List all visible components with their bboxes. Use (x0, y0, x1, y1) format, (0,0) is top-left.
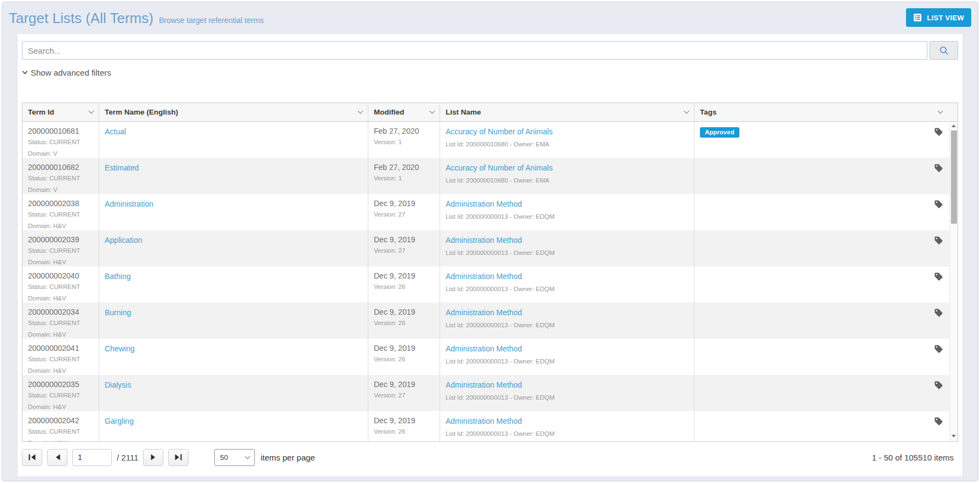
list-name-cell: Administration Method List Id: 200000000… (440, 266, 694, 303)
first-page-button[interactable] (22, 449, 42, 466)
term-name-link[interactable]: Chewing (105, 344, 134, 353)
version: Version: 26 (374, 281, 434, 293)
tag-icon[interactable] (934, 272, 943, 283)
list-name-link[interactable]: Administration Method (446, 272, 522, 281)
table-row[interactable]: 200000002034 Status: CURRENT Domain: H&V… (22, 303, 958, 339)
list-name-link[interactable]: Accuracy of Number of Animals (446, 163, 552, 172)
column-header-tags[interactable]: Tags (694, 103, 958, 121)
term-name-cell: Dialysis (99, 375, 368, 411)
list-name-link[interactable]: Administration Method (446, 200, 522, 208)
tag-icon[interactable] (934, 417, 943, 428)
last-page-button[interactable] (168, 449, 189, 466)
table-row[interactable]: 200000002040 Status: CURRENT Domain: H&V… (22, 266, 958, 303)
table-row[interactable]: 200000010681 Status: CURRENT Domain: V A… (22, 122, 958, 158)
table-row[interactable]: 200000002038 Status: CURRENT Domain: H&V… (22, 194, 958, 230)
column-header-modified[interactable]: Modified (368, 103, 440, 121)
page-title: Target Lists (All Terms) (9, 10, 153, 27)
scroll-down-icon[interactable] (951, 435, 956, 437)
modified-cell: Dec 9, 2019 Version: 26 (368, 303, 440, 339)
chevron-down-icon (22, 69, 28, 75)
column-menu-chevron-icon[interactable] (938, 109, 943, 114)
term-id-cell: 200000010682 Status: CURRENT Domain: V (22, 158, 99, 194)
table-row[interactable]: 200000010682 Status: CURRENT Domain: V E… (22, 158, 958, 194)
page-size-select[interactable]: 50 (214, 449, 255, 466)
term-id: 200000002040 (28, 271, 93, 280)
modified-date: Feb 27, 2020 (374, 127, 434, 135)
term-id-cell: 200000002040 Status: CURRENT Domain: H&V (22, 266, 99, 303)
list-name-link[interactable]: Administration Method (446, 308, 522, 317)
column-menu-chevron-icon[interactable] (430, 109, 435, 114)
list-name-link[interactable]: Administration Method (446, 236, 522, 245)
table-row[interactable]: 200000002041 Status: CURRENT Domain: H&V… (22, 339, 958, 375)
column-menu-chevron-icon[interactable] (684, 109, 690, 114)
list-name-link[interactable]: Administration Method (446, 344, 522, 353)
term-name-link[interactable]: Bathing (105, 272, 130, 281)
term-name-cell: Chewing (99, 339, 368, 375)
next-page-button[interactable] (143, 449, 163, 466)
list-name-cell: Administration Method List Id: 200000000… (440, 339, 694, 375)
modified-cell: Dec 9, 2019 Version: 26 (368, 411, 440, 441)
term-name-link[interactable]: Burning (105, 308, 131, 317)
modified-date: Dec 9, 2019 (374, 380, 434, 389)
tags-cell (694, 303, 958, 339)
term-name-link[interactable]: Actual (105, 127, 126, 136)
first-page-icon (29, 454, 36, 461)
column-menu-chevron-icon[interactable] (89, 109, 94, 114)
list-meta: List Id: 200000010680 - Owner: EMA (446, 139, 688, 150)
tag-icon[interactable] (934, 127, 943, 139)
list-name-cell: Administration Method List Id: 200000000… (440, 303, 694, 339)
term-name-link[interactable]: Dialysis (105, 380, 131, 389)
modified-cell: Dec 9, 2019 Version: 27 (368, 194, 440, 230)
term-name-link[interactable]: Estimated (105, 163, 139, 172)
column-header-term-id[interactable]: Term Id (22, 103, 99, 121)
tag-icon[interactable] (934, 308, 943, 320)
scroll-up-icon[interactable] (951, 124, 956, 127)
tags-cell (694, 266, 958, 303)
tags-cell (694, 375, 958, 411)
term-name-cell: Burning (99, 303, 368, 339)
table-header-row: Term Id Term Name (English) Modified Lis… (22, 103, 958, 122)
tags-cell (694, 230, 958, 266)
tag-icon[interactable] (934, 163, 943, 175)
prev-page-icon (55, 454, 60, 461)
modified-cell: Dec 9, 2019 Version: 27 (368, 375, 440, 411)
tag-icon[interactable] (934, 380, 943, 392)
column-label: Modified (374, 108, 404, 116)
search-button[interactable] (930, 41, 958, 60)
prev-page-button[interactable] (47, 449, 67, 466)
table-row[interactable]: 200000002039 Status: CURRENT Domain: H&V… (22, 230, 958, 266)
page-header: Target Lists (All Terms) Browse target r… (2, 2, 978, 33)
term-name-link[interactable]: Gargling (105, 417, 134, 425)
list-name-link[interactable]: Accuracy of Number of Animals (446, 127, 552, 136)
page-size-value: 50 (220, 453, 227, 462)
total-pages-label: / 2111 (117, 453, 138, 462)
term-id-cell: 200000002038 Status: CURRENT Domain: H&V (22, 194, 99, 230)
list-meta: List Id: 200000000013 - Owner: EDQM (446, 211, 688, 223)
list-name-cell: Administration Method List Id: 200000000… (440, 194, 694, 230)
term-name-link[interactable]: Application (105, 236, 143, 245)
column-header-list-name[interactable]: List Name (440, 103, 694, 121)
column-header-term-name[interactable]: Term Name (English) (99, 103, 368, 121)
table-row[interactable]: 200000002042 Status: CURRENT Domain: H&V… (22, 411, 958, 441)
tag-icon[interactable] (934, 200, 943, 211)
table-row[interactable]: 200000002035 Status: CURRENT Domain: H&V… (22, 375, 958, 411)
vertical-scrollbar[interactable] (949, 122, 958, 441)
search-input[interactable] (22, 41, 927, 60)
version: Version: 1 (374, 173, 434, 184)
list-name-link[interactable]: Administration Method (446, 380, 522, 389)
tag-icon[interactable] (934, 236, 943, 247)
list-view-button[interactable]: LIST VIEW (906, 8, 971, 27)
list-name-cell: Accuracy of Number of Animals List Id: 2… (440, 122, 694, 158)
column-menu-chevron-icon[interactable] (358, 109, 363, 114)
term-name-cell: Actual (99, 122, 368, 158)
tag-icon[interactable] (934, 344, 943, 356)
column-label: Term Id (28, 108, 54, 116)
page-number-input[interactable] (72, 449, 112, 466)
term-name-link[interactable]: Administration (105, 200, 153, 208)
term-name-cell: Estimated (99, 158, 368, 194)
advanced-filters-toggle[interactable]: Show advanced filters (23, 68, 111, 77)
scrollbar-thumb[interactable] (951, 130, 957, 224)
page-title-wrap: Target Lists (All Terms) Browse target r… (9, 10, 264, 27)
list-name-link[interactable]: Administration Method (446, 417, 522, 425)
term-id: 200000002042 (28, 416, 93, 425)
